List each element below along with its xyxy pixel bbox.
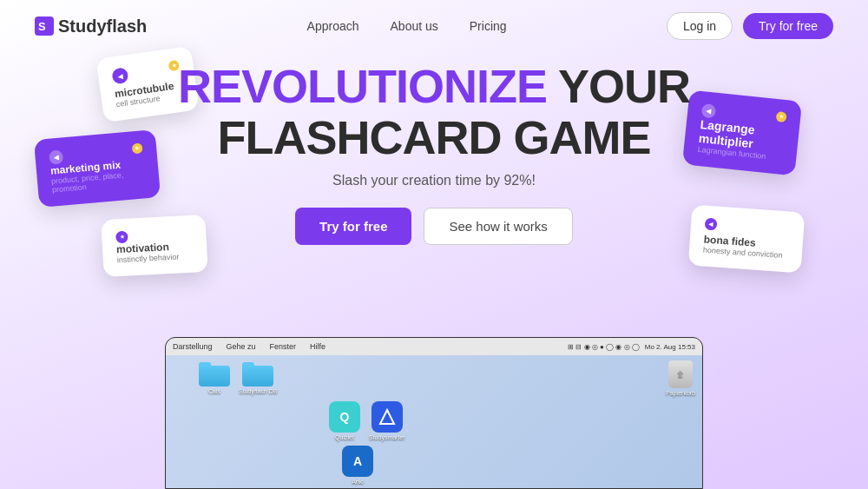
desktop-folder-2: Studyflash DB — [239, 362, 277, 394]
anki-icon: A — [342, 446, 373, 477]
trash-label: Papierkorb — [666, 390, 695, 396]
trash-icon: 🗑 Papierkorb — [666, 360, 695, 396]
hero-buttons: Try for free See how it works — [295, 208, 573, 245]
studysmarter-icon — [372, 401, 403, 433]
logo[interactable]: S Studyflash — [35, 17, 147, 36]
logo-icon: S — [35, 17, 54, 36]
hero-subtitle: Slash your creation time by 92%! — [332, 173, 536, 188]
hero-section: REVOLUTIONIZE YOUR FLASHCARD GAME Slash … — [0, 61, 868, 245]
nav-actions: Log in Try for free — [667, 12, 833, 40]
svg-marker-2 — [380, 410, 394, 424]
menubar-right: ⊞ ⊟ ◉ ◎ ● ◯ ◉ ◎ ◯ Mo 2. Aug 15:53 — [568, 343, 695, 351]
menubar-time: Mo 2. Aug 15:53 — [645, 343, 695, 351]
nav-item-about[interactable]: About us — [391, 18, 438, 34]
svg-text:S: S — [38, 20, 46, 33]
anki-label: Anki — [352, 479, 364, 485]
folder2-label: Studyflash DB — [239, 388, 277, 394]
nav-item-pricing[interactable]: Pricing — [470, 18, 507, 34]
quizlet-icon: Q — [329, 401, 360, 433]
desktop-area: Cals Studyflash DB Q Quizlet Studysmarte… — [166, 355, 702, 488]
see-how-button[interactable]: See how it works — [424, 208, 572, 245]
desktop-folders-row: Cals Studyflash DB — [199, 362, 695, 394]
hero-title-rest1b: YOUR — [558, 60, 690, 112]
folder1-label: Cals — [208, 388, 220, 394]
hero-title-highlight: REVOLUTIONIZE — [178, 60, 547, 112]
quizlet-label: Quizlet — [335, 434, 354, 440]
menubar-item-hilfe: Hilfe — [310, 342, 326, 351]
desktop-folder-1: Cals — [199, 362, 230, 394]
nav-item-approach[interactable]: Approach — [307, 18, 359, 34]
login-button[interactable]: Log in — [667, 12, 733, 40]
menubar-item-darstellung: Darstellung — [173, 342, 213, 351]
nav-links: Approach About us Pricing — [307, 18, 507, 34]
navbar: S Studyflash Approach About us Pricing L… — [0, 0, 868, 52]
menubar-item-gehe: Gehe zu — [227, 342, 256, 351]
try-button-nav[interactable]: Try for free — [743, 13, 833, 39]
studysmarter-label: Studysmarter — [369, 434, 405, 440]
trash-body: 🗑 — [668, 360, 693, 388]
app-studysmarter: Studysmarter — [369, 401, 405, 440]
screenshot-section: Darstellung Gehe zu Fenster Hilfe ⊞ ⊟ ◉ … — [165, 337, 703, 489]
desktop-apps-row1: Q Quizlet Studysmarter — [329, 401, 695, 440]
app-anki: A Anki — [342, 446, 373, 485]
try-button-hero[interactable]: Try for free — [295, 208, 411, 245]
hero-title: REVOLUTIONIZE YOUR FLASHCARD GAME — [178, 61, 690, 164]
app-quizlet: Q Quizlet — [329, 401, 360, 440]
menubar-item-fenster: Fenster — [270, 342, 297, 351]
mac-menubar: Darstellung Gehe zu Fenster Hilfe ⊞ ⊟ ◉ … — [166, 338, 702, 355]
menubar-icons: ⊞ ⊟ ◉ ◎ ● ◯ ◉ ◎ ◯ — [568, 343, 640, 351]
hero-title-rest2: FLASHCARD GAME — [218, 111, 651, 163]
desktop-apps-row2: A Anki — [342, 446, 695, 485]
